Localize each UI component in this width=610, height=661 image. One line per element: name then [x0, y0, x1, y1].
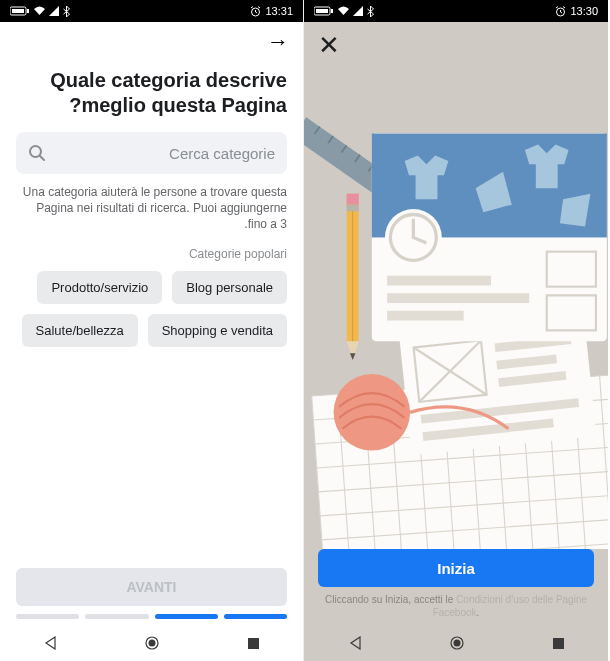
nav-back-icon[interactable]: [43, 636, 57, 650]
svg-rect-8: [248, 638, 259, 649]
signal-icon: [49, 6, 59, 16]
page-heading: Quale categoria descrive meglio questa P…: [16, 68, 287, 118]
search-icon: [28, 144, 46, 162]
illustration-svg: [304, 68, 608, 549]
svg-rect-11: [331, 9, 333, 13]
android-nav-bar: [304, 625, 608, 661]
category-chips: Blog personale Prodotto/servizio Shoppin…: [16, 271, 287, 347]
terms-suffix: .: [477, 607, 480, 618]
status-bar: 13:31: [0, 0, 303, 22]
signal-icon: [353, 6, 363, 16]
left-phone-screen: 13:31 → Quale categoria descrive meglio …: [0, 0, 304, 661]
nav-home-icon[interactable]: [449, 635, 465, 651]
helper-text: Una categoria aiuterà le persone a trova…: [16, 184, 287, 233]
bluetooth-icon: [367, 6, 374, 17]
progress-bar: [16, 614, 287, 619]
progress-seg-1: [224, 614, 287, 619]
alarm-icon: [250, 6, 261, 17]
battery-icon: [10, 6, 30, 16]
start-button[interactable]: Inizia: [318, 549, 594, 587]
status-time: 13:31: [250, 5, 293, 17]
top-bar: →: [0, 22, 303, 62]
status-icons-left: [10, 6, 70, 17]
next-button[interactable]: AVANTI: [16, 568, 287, 606]
battery-icon: [314, 6, 334, 16]
svg-rect-2: [27, 9, 29, 13]
bluetooth-icon: [63, 6, 70, 17]
svg-point-7: [148, 640, 155, 647]
android-nav-bar: [0, 625, 303, 661]
wifi-icon: [34, 6, 45, 16]
terms-text: Cliccando su Inizia, accetti le Condizio…: [318, 593, 594, 619]
clock-text: 13:31: [265, 5, 293, 17]
svg-rect-67: [347, 194, 359, 205]
svg-point-73: [453, 640, 460, 647]
svg-rect-62: [387, 293, 529, 303]
bottom-controls: Inizia Cliccando su Inizia, accetti le C…: [304, 549, 608, 625]
svg-rect-1: [12, 9, 24, 13]
wifi-icon: [338, 6, 349, 16]
chip-shopping-vendita[interactable]: Shopping e vendita: [148, 314, 287, 347]
terms-link[interactable]: Condizioni d'uso delle Pagine Facebook: [433, 594, 587, 618]
close-bar: ✕: [304, 22, 608, 68]
nav-recent-icon[interactable]: [552, 637, 565, 650]
nav-home-icon[interactable]: [144, 635, 160, 651]
bottom-controls: AVANTI: [16, 568, 287, 625]
svg-rect-63: [387, 311, 464, 321]
status-time: 13:30: [555, 5, 598, 17]
status-icons-left: [314, 6, 374, 17]
svg-rect-10: [316, 9, 328, 13]
svg-rect-68: [347, 205, 359, 212]
terms-prefix: Cliccando su Inizia, accetti le: [325, 594, 456, 605]
chip-prodotto-servizio[interactable]: Prodotto/servizio: [37, 271, 162, 304]
alarm-icon: [555, 6, 566, 17]
svg-marker-70: [350, 353, 355, 360]
search-input[interactable]: [54, 145, 275, 162]
clock-text: 13:30: [570, 5, 598, 17]
svg-rect-74: [553, 638, 564, 649]
onboarding-illustration: [304, 68, 608, 549]
content-area: Quale categoria descrive meglio questa P…: [0, 62, 303, 625]
nav-back-icon[interactable]: [348, 636, 362, 650]
progress-seg-2: [155, 614, 218, 619]
search-input-container[interactable]: [16, 132, 287, 174]
forward-arrow-icon[interactable]: →: [267, 29, 289, 55]
chip-salute-bellezza[interactable]: Salute/bellezza: [22, 314, 138, 347]
right-phone-screen: 13:30 ✕: [304, 0, 608, 661]
status-bar: 13:30: [304, 0, 608, 22]
svg-rect-61: [387, 276, 491, 286]
progress-seg-4: [16, 614, 79, 619]
close-icon[interactable]: ✕: [318, 32, 340, 58]
nav-recent-icon[interactable]: [247, 637, 260, 650]
progress-seg-3: [85, 614, 148, 619]
svg-line-5: [40, 156, 44, 160]
chip-blog-personale[interactable]: Blog personale: [172, 271, 287, 304]
popular-categories-label: Categorie popolari: [16, 247, 287, 261]
